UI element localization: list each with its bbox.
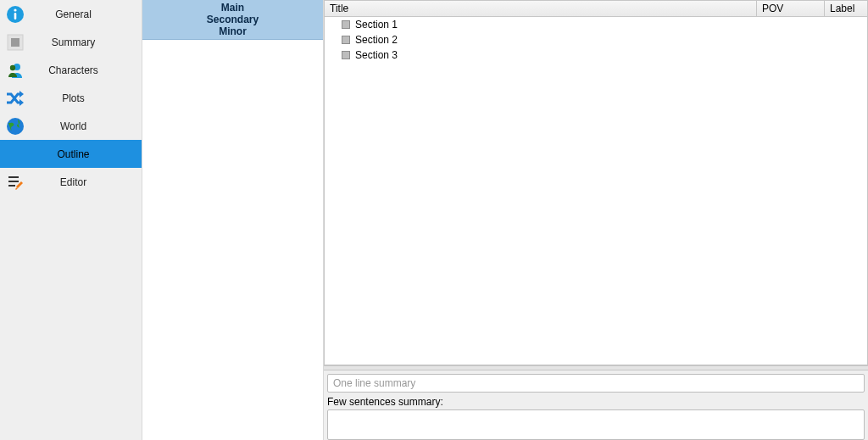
sidebar-item-outline[interactable]: Outline <box>0 140 142 168</box>
svg-rect-4 <box>11 38 19 47</box>
sidebar-item-summary[interactable]: Summary <box>0 28 142 56</box>
doc-icon <box>342 51 350 59</box>
tree-row-title: Section 2 <box>355 34 398 46</box>
outline-tree: Title POV Label Section 1 Section 2 Sect… <box>324 0 868 365</box>
globe-icon <box>5 116 25 136</box>
doc-icon <box>342 20 350 29</box>
tree-row[interactable]: Section 1 <box>325 17 867 32</box>
sidebar-item-general[interactable]: General <box>0 0 142 28</box>
few-sentences-summary-input[interactable] <box>327 409 865 440</box>
svg-rect-8 <box>8 176 19 178</box>
svg-rect-10 <box>8 185 15 187</box>
mid-header-secondary: Secondary <box>142 14 323 25</box>
svg-point-6 <box>10 64 15 70</box>
sidebar-item-label: Outline <box>25 148 142 160</box>
column-title[interactable]: Title <box>325 1 757 16</box>
middle-header[interactable]: Main Secondary Minor <box>142 0 323 40</box>
summary-pane: Few sentences summary: <box>324 370 868 440</box>
svg-point-2 <box>14 8 16 11</box>
column-label[interactable]: Label <box>825 1 867 16</box>
person-icon <box>5 60 25 81</box>
tree-row-title: Section 3 <box>355 49 398 61</box>
sidebar-item-plots[interactable]: Plots <box>0 84 142 112</box>
mid-header-minor: Minor <box>142 25 323 37</box>
sidebar-item-characters[interactable]: Characters <box>0 56 142 84</box>
sidebar-item-label: Plots <box>25 92 142 104</box>
tree-row-title: Section 1 <box>355 19 398 31</box>
few-sentences-label: Few sentences summary: <box>327 396 865 408</box>
svg-rect-9 <box>8 181 19 182</box>
sidebar-item-label: World <box>25 120 142 132</box>
shuffle-icon <box>5 88 25 109</box>
sidebar-item-label: Characters <box>25 64 142 76</box>
tree-header: Title POV Label <box>325 1 867 17</box>
mid-header-main: Main <box>142 2 323 14</box>
tree-body[interactable]: Section 1 Section 2 Section 3 <box>325 17 867 365</box>
middle-column: Main Secondary Minor <box>142 0 324 440</box>
sidebar-item-world[interactable]: World <box>0 112 142 140</box>
info-icon <box>5 4 25 25</box>
tree-row[interactable]: Section 2 <box>325 32 867 47</box>
doc-icon <box>342 36 350 44</box>
svg-rect-1 <box>14 13 17 19</box>
sidebar-item-editor[interactable]: Editor <box>0 168 142 196</box>
sidebar-item-label: Summary <box>25 36 142 48</box>
main-area: Title POV Label Section 1 Section 2 Sect… <box>324 0 868 440</box>
sidebar-item-label: General <box>25 8 142 20</box>
sidebar-item-label: Editor <box>25 176 142 188</box>
edit-icon <box>5 172 25 192</box>
square-icon <box>5 32 25 53</box>
outline-icon <box>5 144 25 164</box>
sidebar: General Summary Characters Plots World <box>0 0 142 440</box>
column-pov[interactable]: POV <box>757 1 825 16</box>
tree-row[interactable]: Section 3 <box>325 47 867 63</box>
one-line-summary-input[interactable] <box>327 374 865 393</box>
